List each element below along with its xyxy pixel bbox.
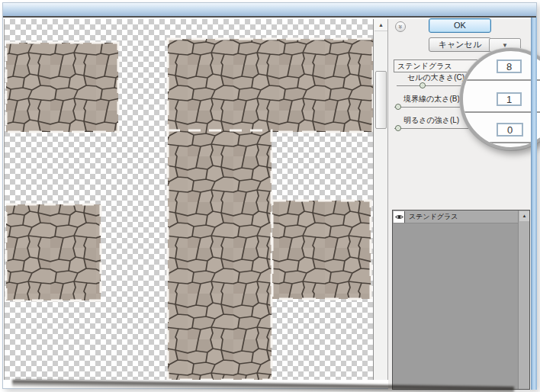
scroll-up-button[interactable]: ▲ xyxy=(374,19,387,31)
window-frame-edge xyxy=(531,18,537,390)
visibility-toggle[interactable] xyxy=(394,211,405,223)
light-intensity-slider-thumb[interactable] xyxy=(395,125,401,131)
effect-layer-row[interactable]: ステンドグラス xyxy=(393,210,529,223)
mosaic-region xyxy=(168,39,373,132)
mosaic-preview-image xyxy=(5,19,373,380)
mosaic-region xyxy=(6,43,118,132)
window-titlebar[interactable] xyxy=(3,3,536,18)
mosaic-region xyxy=(6,204,101,300)
mosaic-region-group xyxy=(6,39,373,380)
light-intensity-label: 明るさの強さ(L) xyxy=(403,115,459,126)
layers-scroll-up-icon: ▲ xyxy=(522,214,527,218)
light-intensity-value-input[interactable]: 0 xyxy=(497,123,523,137)
border-thickness-label: 境界線の太さ(B) xyxy=(403,94,460,104)
ok-button[interactable]: OK xyxy=(429,18,491,33)
filter-preview-area[interactable] xyxy=(4,19,373,380)
screenshot-canvas: ▲ » OK キャンセル ▼ ステンドグラス セルの大きさ(C) 境界線の太さ(… xyxy=(0,0,540,392)
collapse-chevrons-icon: » xyxy=(396,24,405,28)
cell-size-slider-thumb[interactable] xyxy=(419,82,426,88)
filter-dialog-window: ▲ » OK キャンセル ▼ ステンドグラス セルの大きさ(C) 境界線の太さ(… xyxy=(2,2,537,389)
preview-vertical-scrollbar[interactable]: ▲ xyxy=(373,19,388,380)
scrollbar-thumb[interactable] xyxy=(375,71,387,129)
mosaic-region xyxy=(168,130,272,380)
mosaic-region xyxy=(272,201,371,299)
layers-scrollbar[interactable]: ▲ xyxy=(518,210,529,389)
scroll-up-icon: ▲ xyxy=(378,22,384,27)
collapse-panel-button[interactable]: » xyxy=(395,21,406,32)
border-thickness-value-input[interactable]: 1 xyxy=(497,92,522,106)
border-thickness-slider-thumb[interactable] xyxy=(395,104,401,110)
cancel-button[interactable]: キャンセル xyxy=(429,37,491,52)
visibility-eye-icon xyxy=(395,214,403,220)
cell-size-value-input[interactable]: 8 xyxy=(497,59,522,73)
loupe-slider-line xyxy=(463,79,540,81)
effect-layer-name: ステンドグラス xyxy=(409,212,458,222)
effect-layers-panel: ステンドグラス ▲ xyxy=(392,210,530,390)
cell-size-label: セルの大きさ(C) xyxy=(407,72,464,83)
loupe-slider-line xyxy=(463,111,540,113)
layers-scroll-up-button[interactable]: ▲ xyxy=(519,211,529,221)
